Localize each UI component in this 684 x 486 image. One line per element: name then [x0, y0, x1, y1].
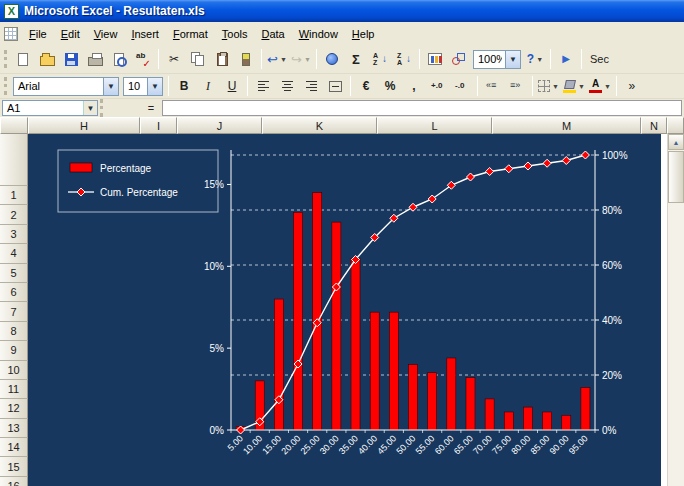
- column-header-j[interactable]: J: [177, 117, 262, 134]
- menu-format[interactable]: Format: [166, 25, 215, 43]
- scroll-up-icon[interactable]: ▲: [668, 134, 684, 150]
- row-header-11[interactable]: 11: [0, 380, 28, 399]
- align-left-button[interactable]: [252, 75, 274, 97]
- currency-button[interactable]: €: [355, 75, 377, 97]
- play-button[interactable]: ▶: [555, 48, 577, 70]
- merge-center-button[interactable]: [324, 75, 346, 97]
- row-header-16[interactable]: 16: [0, 477, 28, 486]
- row-header-blank[interactable]: [0, 134, 28, 186]
- insert-hyperlink-button[interactable]: [321, 48, 343, 70]
- formula-input[interactable]: [162, 100, 682, 116]
- row-header-5[interactable]: 5: [0, 264, 28, 283]
- row-header-3[interactable]: 3: [0, 225, 28, 244]
- decrease-decimal-button[interactable]: [451, 75, 473, 97]
- column-header-h[interactable]: H: [28, 117, 140, 134]
- font-color-dropdown-icon[interactable]: ▼: [604, 83, 611, 90]
- column-header-n[interactable]: N: [641, 117, 667, 134]
- new-button[interactable]: [12, 48, 34, 70]
- row-header-10[interactable]: 10: [0, 361, 28, 380]
- fill-color-button[interactable]: ▼: [562, 75, 586, 97]
- print-button[interactable]: [84, 48, 106, 70]
- column-header-m[interactable]: M: [492, 117, 641, 134]
- empty-cells-strip[interactable]: [661, 134, 668, 486]
- scrollbar-thumb[interactable]: [668, 151, 684, 203]
- chart-object[interactable]: 0%5%10%15%0%20%40%60%80%100%5.0010.0015.…: [28, 134, 661, 486]
- help-button[interactable]: ?▼: [524, 48, 546, 70]
- redo-dropdown-icon[interactable]: ▼: [304, 56, 311, 63]
- toolbar-grip[interactable]: [4, 50, 7, 68]
- row-header-9[interactable]: 9: [0, 341, 28, 360]
- align-center-button[interactable]: [276, 75, 298, 97]
- font-name-combo[interactable]: Arial▼: [13, 77, 119, 96]
- pareto-chart[interactable]: 0%5%10%15%0%20%40%60%80%100%5.0010.0015.…: [28, 134, 661, 486]
- row-header-2[interactable]: 2: [0, 205, 28, 224]
- fill-color-dropdown-icon[interactable]: ▼: [578, 83, 585, 90]
- align-right-button[interactable]: [300, 75, 322, 97]
- copy-button[interactable]: [187, 48, 209, 70]
- formula-bar-grip[interactable]: [100, 99, 103, 117]
- menu-view[interactable]: View: [87, 25, 125, 43]
- spelling-button[interactable]: [132, 48, 154, 70]
- row-header-6[interactable]: 6: [0, 283, 28, 302]
- equals-button[interactable]: =: [143, 101, 159, 116]
- increase-indent-button[interactable]: [506, 75, 528, 97]
- toolbar-options-button[interactable]: »: [621, 75, 643, 97]
- name-box-dropdown-icon[interactable]: ▼: [83, 101, 97, 115]
- decrease-indent-button[interactable]: [482, 75, 504, 97]
- select-all-corner[interactable]: [0, 117, 28, 134]
- underline-button[interactable]: U: [221, 75, 243, 97]
- zoom-combo[interactable]: 100%▼: [473, 50, 521, 69]
- row-header-14[interactable]: 14: [0, 438, 28, 457]
- increase-decimal-button[interactable]: [427, 75, 449, 97]
- row-header-12[interactable]: 12: [0, 399, 28, 418]
- column-header-i[interactable]: I: [140, 117, 177, 134]
- italic-button[interactable]: I: [197, 75, 219, 97]
- toolbar-grip[interactable]: [4, 77, 7, 95]
- comma-button[interactable]: ,: [403, 75, 425, 97]
- row-header-15[interactable]: 15: [0, 457, 28, 476]
- menu-edit[interactable]: Edit: [54, 25, 87, 43]
- menu-insert[interactable]: Insert: [124, 25, 166, 43]
- font-color-button[interactable]: ▼: [588, 75, 612, 97]
- bold-button[interactable]: B: [173, 75, 195, 97]
- autosum-button[interactable]: Σ: [345, 48, 367, 70]
- chart-wizard-button[interactable]: [424, 48, 446, 70]
- help-dropdown-icon[interactable]: ▼: [536, 56, 543, 63]
- row-header-4[interactable]: 4: [0, 244, 28, 263]
- print-preview-button[interactable]: [108, 48, 130, 70]
- cut-button[interactable]: ✂: [163, 48, 185, 70]
- zoom-dropdown-icon[interactable]: ▼: [505, 51, 520, 68]
- font-name-dropdown-icon[interactable]: ▼: [103, 78, 118, 95]
- menu-file[interactable]: File: [22, 25, 54, 43]
- security-button[interactable]: Sec: [586, 48, 613, 70]
- row-header-7[interactable]: 7: [0, 302, 28, 321]
- undo-button[interactable]: ↩▼: [266, 48, 288, 70]
- vertical-scrollbar[interactable]: ▲: [668, 134, 684, 486]
- menu-tools[interactable]: Tools: [215, 25, 255, 43]
- row-header-8[interactable]: 8: [0, 322, 28, 341]
- row-header-1[interactable]: 1: [0, 186, 28, 205]
- redo-button[interactable]: ↪▼: [290, 48, 312, 70]
- save-button[interactable]: [60, 48, 82, 70]
- sort-ascending-button[interactable]: [369, 48, 391, 70]
- column-header-k[interactable]: K: [262, 117, 377, 134]
- column-header-l[interactable]: L: [377, 117, 492, 134]
- undo-dropdown-icon[interactable]: ▼: [280, 56, 287, 63]
- name-box[interactable]: A1 ▼: [2, 100, 98, 116]
- open-button[interactable]: [36, 48, 58, 70]
- borders-dropdown-icon[interactable]: ▼: [552, 83, 559, 90]
- row-header-13[interactable]: 13: [0, 419, 28, 438]
- menu-window[interactable]: Window: [292, 25, 345, 43]
- drawing-button[interactable]: [448, 48, 470, 70]
- format-painter-button[interactable]: [235, 48, 257, 70]
- font-size-dropdown-icon[interactable]: ▼: [147, 78, 162, 95]
- borders-button[interactable]: ▼: [537, 75, 560, 97]
- paste-button[interactable]: [211, 48, 233, 70]
- menu-data[interactable]: Data: [254, 25, 291, 43]
- menu-help[interactable]: Help: [345, 25, 382, 43]
- font-size-combo[interactable]: 10▼: [123, 77, 163, 96]
- workbook-icon[interactable]: [4, 27, 18, 41]
- sort-descending-button[interactable]: [393, 48, 415, 70]
- percent-button[interactable]: %: [379, 75, 401, 97]
- excel-app-icon[interactable]: X: [4, 4, 19, 19]
